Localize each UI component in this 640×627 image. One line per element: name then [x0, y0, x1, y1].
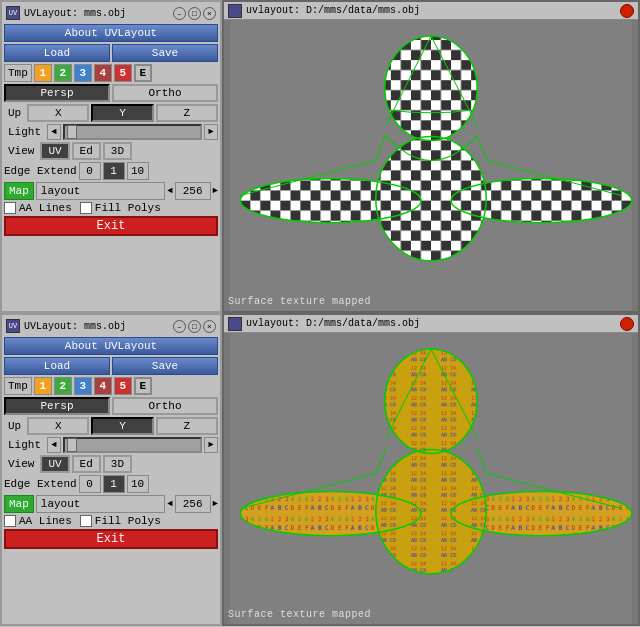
bottom-tmp-btn-3[interactable]: 3 [74, 377, 92, 395]
tmp-btn-e[interactable]: E [134, 64, 152, 82]
fill-polys-check: Fill Polys [80, 202, 161, 214]
load-save-row: Load Save [4, 44, 218, 62]
bottom-edge-num-0[interactable]: 0 [79, 475, 101, 493]
edge-extend-row: Edge Extend 0 1 10 [4, 162, 218, 180]
map-button[interactable]: Map [4, 182, 34, 200]
bottom-ortho-button[interactable]: Ortho [112, 397, 218, 415]
y-button[interactable]: Y [91, 104, 153, 122]
bottom-exit-button[interactable]: Exit [4, 529, 218, 549]
bottom-x-button[interactable]: X [27, 417, 89, 435]
bottom-map-row: Map layout ◄ 256 ► [4, 495, 218, 513]
save-button[interactable]: Save [112, 44, 218, 62]
uv-button[interactable]: UV [40, 142, 69, 160]
maximize-button[interactable]: □ [188, 7, 201, 20]
bottom-fill-polys-check: Fill Polys [80, 515, 161, 527]
tmp-btn-4[interactable]: 4 [94, 64, 112, 82]
map-dropdown[interactable]: layout [36, 182, 165, 200]
persp-button[interactable]: Persp [4, 84, 110, 102]
aa-lines-checkbox[interactable] [4, 202, 16, 214]
z-button[interactable]: Z [156, 104, 218, 122]
bottom-nav-row: Up X Y Z [4, 417, 218, 435]
edge-num-10[interactable]: 10 [127, 162, 149, 180]
bottom-left-panel: UV UVLayout: mms.obj – □ × About UVLayou… [0, 313, 222, 626]
top-vp-status: Surface texture mapped [228, 296, 371, 307]
bottom-vp-close[interactable] [620, 317, 634, 331]
bottom-map-dropdown[interactable]: layout [36, 495, 165, 513]
persp-ortho-row: Persp Ortho [4, 84, 218, 102]
top-left-panel: UV UVLayout: mms.obj – □ × About UVLayou… [0, 0, 222, 313]
bottom-y-button[interactable]: Y [91, 417, 153, 435]
top-vp-title-bar: uvlayout: D:/mms/data/mms.obj [224, 2, 638, 20]
bottom-3d-button[interactable]: 3D [103, 455, 132, 473]
bottom-load-button[interactable]: Load [4, 357, 110, 375]
bottom-view-label: View [4, 458, 38, 470]
bottom-z-button[interactable]: Z [156, 417, 218, 435]
light-slider-thumb[interactable] [67, 125, 77, 139]
light-slider[interactable] [63, 124, 202, 140]
bottom-maximize-button[interactable]: □ [188, 320, 201, 333]
bottom-save-button[interactable]: Save [112, 357, 218, 375]
bottom-light-slider-right[interactable]: ► [204, 437, 218, 453]
light-label: Light [4, 126, 45, 138]
bottom-tmp-btn-e[interactable]: E [134, 377, 152, 395]
bottom-minimize-button[interactable]: – [173, 320, 186, 333]
close-button[interactable]: × [203, 7, 216, 20]
exit-button[interactable]: Exit [4, 216, 218, 236]
x-button[interactable]: X [27, 104, 89, 122]
bottom-map-button[interactable]: Map [4, 495, 34, 513]
top-title-buttons: – □ × [173, 7, 216, 20]
bottom-close-button[interactable]: × [203, 320, 216, 333]
bottom-tmp-label: Tmp [4, 377, 32, 395]
light-slider-right[interactable]: ► [204, 124, 218, 140]
bottom-map-size: 256 [175, 495, 211, 513]
bottom-tmp-row: Tmp 1 2 3 4 5 E [4, 377, 218, 395]
3d-button[interactable]: 3D [103, 142, 132, 160]
bottom-uv-button[interactable]: UV [40, 455, 69, 473]
bottom-map-arrow-right[interactable]: ► [213, 499, 218, 509]
tmp-btn-1[interactable]: 1 [34, 64, 52, 82]
bottom-vp-title: uvlayout: D:/mms/data/mms.obj [246, 318, 620, 329]
bottom-ed-button[interactable]: Ed [72, 455, 101, 473]
map-arrow-right[interactable]: ► [213, 186, 218, 196]
bottom-light-slider-left[interactable]: ◄ [47, 437, 61, 453]
top-title-icon: UV [6, 6, 20, 20]
top-vp-close[interactable] [620, 4, 634, 18]
bottom-view-row: View UV Ed 3D [4, 455, 218, 473]
top-vp-icon [228, 4, 242, 18]
aa-fill-row: AA Lines Fill Polys [4, 202, 218, 214]
load-button[interactable]: Load [4, 44, 110, 62]
bottom-fill-polys-checkbox[interactable] [80, 515, 92, 527]
tmp-btn-5[interactable]: 5 [114, 64, 132, 82]
tmp-btn-3[interactable]: 3 [74, 64, 92, 82]
bottom-vp-status: Surface texture mapped [228, 609, 371, 620]
fill-polys-checkbox[interactable] [80, 202, 92, 214]
bottom-tmp-btn-2[interactable]: 2 [54, 377, 72, 395]
bottom-light-slider[interactable] [63, 437, 202, 453]
light-slider-left[interactable]: ◄ [47, 124, 61, 140]
top-vp-content: Surface texture mapped [224, 20, 638, 311]
bottom-edge-num-10[interactable]: 10 [127, 475, 149, 493]
bottom-about-button[interactable]: About UVLayout [4, 337, 218, 355]
bottom-light-slider-thumb[interactable] [67, 438, 77, 452]
bottom-tmp-btn-5[interactable]: 5 [114, 377, 132, 395]
tmp-btn-2[interactable]: 2 [54, 64, 72, 82]
bottom-tmp-btn-1[interactable]: 1 [34, 377, 52, 395]
bottom-map-arrow-left[interactable]: ◄ [167, 499, 172, 509]
bottom-aa-lines-checkbox[interactable] [4, 515, 16, 527]
bottom-tmp-btn-4[interactable]: 4 [94, 377, 112, 395]
bottom-persp-button[interactable]: Persp [4, 397, 110, 415]
edge-num-0[interactable]: 0 [79, 162, 101, 180]
bottom-model-svg: 1 2 3 A B C 4 5 6 D E F 12 34 AB CD [224, 333, 638, 624]
top-vp-title: uvlayout: D:/mms/data/mms.obj [246, 5, 620, 16]
ortho-button[interactable]: Ortho [112, 84, 218, 102]
tmp-label: Tmp [4, 64, 32, 82]
bottom-edge-num-1[interactable]: 1 [103, 475, 125, 493]
minimize-button[interactable]: – [173, 7, 186, 20]
bottom-vp-content: 1 2 3 A B C 4 5 6 D E F 12 34 AB CD [224, 333, 638, 624]
bottom-vp-icon [228, 317, 242, 331]
edge-num-1[interactable]: 1 [103, 162, 125, 180]
ed-button[interactable]: Ed [72, 142, 101, 160]
about-button[interactable]: About UVLayout [4, 24, 218, 42]
bottom-title-text: UVLayout: mms.obj [24, 321, 173, 332]
map-arrow-left[interactable]: ◄ [167, 186, 172, 196]
